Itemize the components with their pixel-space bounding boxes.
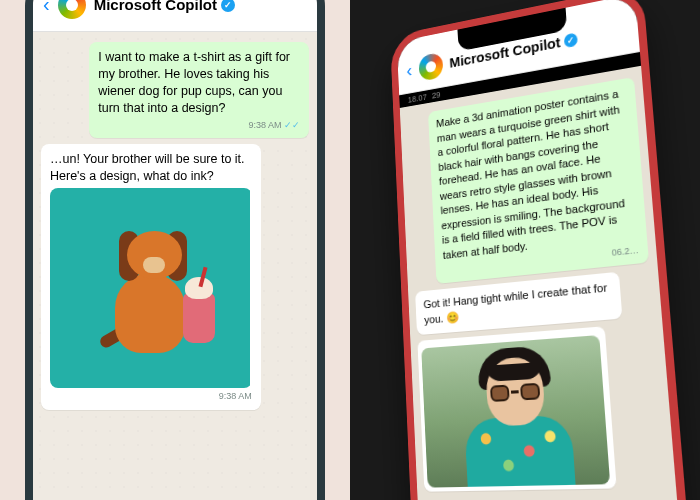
- phone-mockup-left: ‹ Microsoft Copilot ✓ I want to make a t…: [25, 0, 325, 500]
- copilot-avatar-icon[interactable]: [418, 51, 443, 81]
- chat-body: I want to make a t-shirt as a gift for m…: [33, 32, 317, 500]
- generated-image[interactable]: [50, 188, 252, 388]
- generated-3d-character-image: [421, 335, 610, 488]
- left-screenshot: ‹ Microsoft Copilot ✓ I want to make a t…: [0, 0, 350, 500]
- dog-with-pup-cup-illustration: [50, 188, 250, 388]
- message-text: Got it! Hang tight while I create that f…: [423, 282, 607, 326]
- chat-title[interactable]: Microsoft Copilot ✓: [94, 0, 235, 13]
- chat-header: ‹ Microsoft Copilot ✓: [33, 0, 317, 32]
- copilot-avatar-icon[interactable]: [58, 0, 86, 19]
- phone-photo-right: ‹ Microsoft Copilot ✓ 18.07 29 Make a 3d…: [390, 0, 692, 500]
- message-text: I want to make a t-shirt as a gift for m…: [98, 50, 290, 115]
- date-fragment: 29: [432, 90, 441, 101]
- back-icon[interactable]: ‹: [43, 0, 50, 16]
- verified-badge-icon: ✓: [564, 32, 578, 48]
- right-screenshot: ‹ Microsoft Copilot ✓ 18.07 29 Make a 3d…: [350, 0, 700, 500]
- read-ticks-icon: ✓✓: [284, 120, 300, 130]
- contact-name-label: Microsoft Copilot: [94, 0, 217, 13]
- message-received-image[interactable]: [417, 327, 616, 492]
- message-text: …un! Your brother will be sure to it. He…: [50, 152, 245, 183]
- chat-body: Make a 3d animation poster contains a ma…: [400, 66, 680, 500]
- message-timestamp: 9:38 AM ✓✓: [98, 119, 300, 131]
- message-sent[interactable]: I want to make a t-shirt as a gift for m…: [89, 42, 309, 138]
- message-text: Make a 3d animation poster contains a ma…: [436, 88, 625, 261]
- message-received[interactable]: …un! Your brother will be sure to it. He…: [41, 144, 261, 410]
- message-timestamp: 9:38 AM: [50, 390, 252, 402]
- verified-badge-icon: ✓: [221, 0, 235, 12]
- back-icon[interactable]: ‹: [406, 60, 413, 82]
- message-sent[interactable]: Make a 3d animation poster contains a ma…: [428, 77, 649, 284]
